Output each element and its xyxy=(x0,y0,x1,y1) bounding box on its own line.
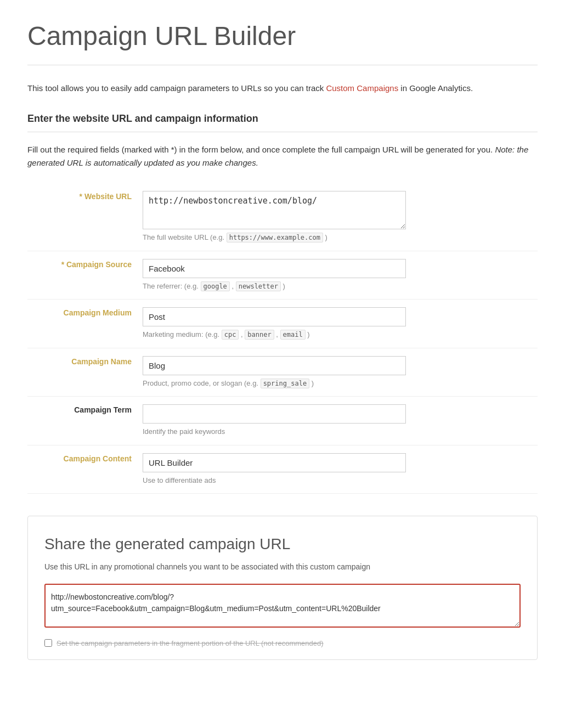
website-url-cell: The full website URL (e.g. https://www.e… xyxy=(137,183,538,251)
campaign-medium-cell: Marketing medium: (e.g. cpc , banner , e… xyxy=(137,300,538,348)
campaign-term-cell: Identify the paid keywords xyxy=(137,397,538,445)
campaign-medium-hint-code1: cpc xyxy=(222,330,239,340)
campaign-source-label-text: * Campaign Source xyxy=(61,260,132,269)
campaign-source-hint-code1: google xyxy=(201,281,230,291)
campaign-term-label-cell: Campaign Term xyxy=(27,397,137,445)
website-url-label: * Website URL xyxy=(27,183,137,251)
campaign-medium-label-text: Campaign Medium xyxy=(64,308,132,317)
page-title: Campaign URL Builder xyxy=(27,16,538,65)
campaign-medium-hint-prefix: Marketing medium: (e.g. xyxy=(143,330,219,338)
campaign-medium-hint-code2: banner xyxy=(245,330,274,340)
campaign-name-label-text: Campaign Name xyxy=(71,357,132,366)
campaign-medium-hint-code3: email xyxy=(280,330,306,340)
intro-paragraph: This tool allows you to easily add campa… xyxy=(27,82,538,95)
campaign-medium-input[interactable] xyxy=(143,307,406,326)
campaign-source-row: * Campaign Source The referrer: (e.g. go… xyxy=(27,251,538,300)
website-url-hint-suffix: ) xyxy=(325,233,327,241)
website-url-hint: The full website URL (e.g. https://www.e… xyxy=(143,232,532,243)
campaign-content-input[interactable] xyxy=(143,453,406,472)
fill-main-text: Fill out the required fields (marked wit… xyxy=(27,145,493,154)
campaign-name-input[interactable] xyxy=(143,356,406,375)
fragment-checkbox[interactable] xyxy=(44,639,52,647)
fragment-row: Set the campaign parameters in the fragm… xyxy=(44,638,521,649)
campaign-name-hint-suffix: ) xyxy=(312,379,314,387)
campaign-medium-hint: Marketing medium: (e.g. cpc , banner , e… xyxy=(143,329,532,340)
campaign-form: * Website URL The full website URL (e.g.… xyxy=(27,183,538,494)
intro-text-before: This tool allows you to easily add campa… xyxy=(27,83,326,93)
campaign-name-hint-code: spring_sale xyxy=(261,379,309,388)
fill-instruction: Fill out the required fields (marked wit… xyxy=(27,143,538,170)
campaign-source-hint-code2: newsletter xyxy=(236,281,281,291)
campaign-medium-hint-suffix: ) xyxy=(307,330,309,338)
website-url-hint-code: https://www.example.com xyxy=(227,233,323,242)
campaign-source-hint-suffix: ) xyxy=(283,282,285,290)
campaign-content-label-cell: Campaign Content xyxy=(27,445,137,494)
campaign-content-hint: Use to differentiate ads xyxy=(143,475,532,486)
share-description: Use this URL in any promotional channels… xyxy=(44,561,521,573)
campaign-source-cell: The referrer: (e.g. google , newsletter … xyxy=(137,251,538,300)
intro-text-after: in Google Analytics. xyxy=(398,83,473,93)
campaign-medium-hint-sep2: , xyxy=(276,330,278,338)
campaign-name-label-cell: Campaign Name xyxy=(27,348,137,397)
page-container: Campaign URL Builder This tool allows yo… xyxy=(0,0,565,693)
campaign-name-cell: Product, promo code, or slogan (e.g. spr… xyxy=(137,348,538,397)
campaign-name-row: Campaign Name Product, promo code, or sl… xyxy=(27,348,538,397)
campaign-term-hint: Identify the paid keywords xyxy=(143,426,532,437)
campaign-content-cell: Use to differentiate ads xyxy=(137,445,538,494)
website-url-row: * Website URL The full website URL (e.g.… xyxy=(27,183,538,251)
campaign-name-hint-prefix: Product, promo code, or slogan (e.g. xyxy=(143,379,258,387)
campaign-term-label-text: Campaign Term xyxy=(74,405,132,414)
custom-campaigns-link[interactable]: Custom Campaigns xyxy=(326,83,398,93)
campaign-medium-label-cell: Campaign Medium xyxy=(27,300,137,348)
campaign-content-label-text: Campaign Content xyxy=(64,454,132,463)
campaign-medium-row: Campaign Medium Marketing medium: (e.g. … xyxy=(27,300,538,348)
campaign-source-hint-prefix: The referrer: (e.g. xyxy=(143,282,199,290)
campaign-term-input[interactable] xyxy=(143,404,406,424)
share-title: Share the generated campaign URL xyxy=(44,533,521,556)
campaign-source-input[interactable] xyxy=(143,259,406,278)
share-section: Share the generated campaign URL Use thi… xyxy=(27,516,538,660)
campaign-medium-hint-sep1: , xyxy=(241,330,243,338)
website-url-input[interactable] xyxy=(143,191,406,229)
section-heading: Enter the website URL and campaign infor… xyxy=(27,111,538,132)
campaign-source-label-cell: * Campaign Source xyxy=(27,251,137,300)
campaign-source-hint: The referrer: (e.g. google , newsletter … xyxy=(143,281,532,292)
fragment-label: Set the campaign parameters in the fragm… xyxy=(56,638,324,649)
website-url-label-text: * Website URL xyxy=(80,192,132,201)
campaign-content-row: Campaign Content Use to differentiate ad… xyxy=(27,445,538,494)
generated-url-textarea[interactable] xyxy=(44,584,521,628)
campaign-term-row: Campaign Term Identify the paid keywords xyxy=(27,397,538,445)
website-url-hint-prefix: The full website URL (e.g. xyxy=(143,233,224,241)
campaign-name-hint: Product, promo code, or slogan (e.g. spr… xyxy=(143,378,532,389)
campaign-source-hint-sep: , xyxy=(231,282,234,290)
